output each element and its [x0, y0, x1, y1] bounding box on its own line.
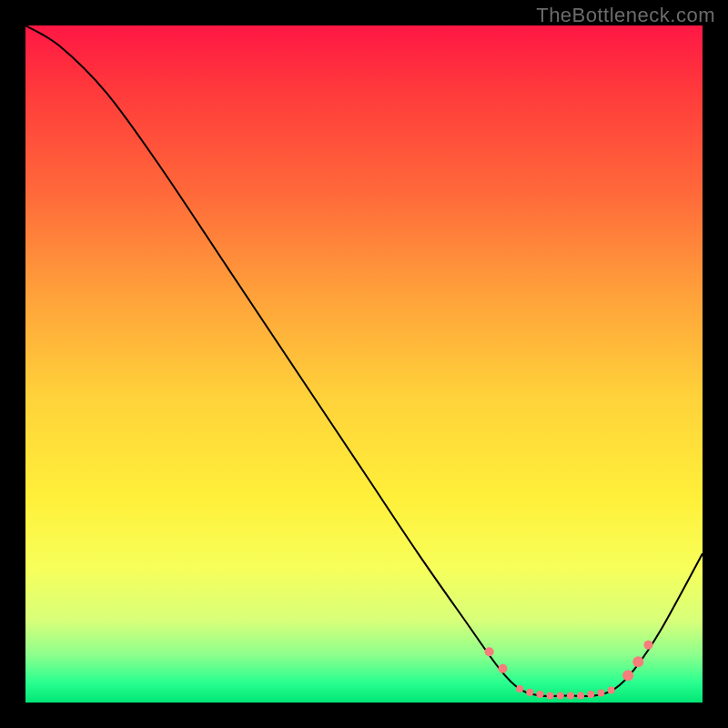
- plot-background: [25, 25, 703, 703]
- data-marker: [632, 656, 643, 667]
- data-marker: [608, 687, 615, 694]
- data-marker: [547, 693, 554, 700]
- data-marker: [597, 690, 604, 697]
- watermark-text: TheBottleneck.com: [536, 4, 715, 27]
- data-marker: [643, 641, 652, 650]
- data-marker: [526, 689, 533, 696]
- data-marker: [557, 693, 564, 700]
- chart-frame: TheBottleneck.com: [0, 0, 728, 728]
- data-marker: [577, 693, 584, 700]
- data-marker: [622, 670, 633, 681]
- data-marker: [516, 685, 523, 693]
- bottleneck-chart: [0, 0, 728, 728]
- data-marker: [567, 693, 574, 700]
- data-marker: [499, 664, 508, 673]
- data-marker: [587, 691, 594, 698]
- data-marker: [536, 691, 543, 698]
- data-marker: [485, 647, 494, 656]
